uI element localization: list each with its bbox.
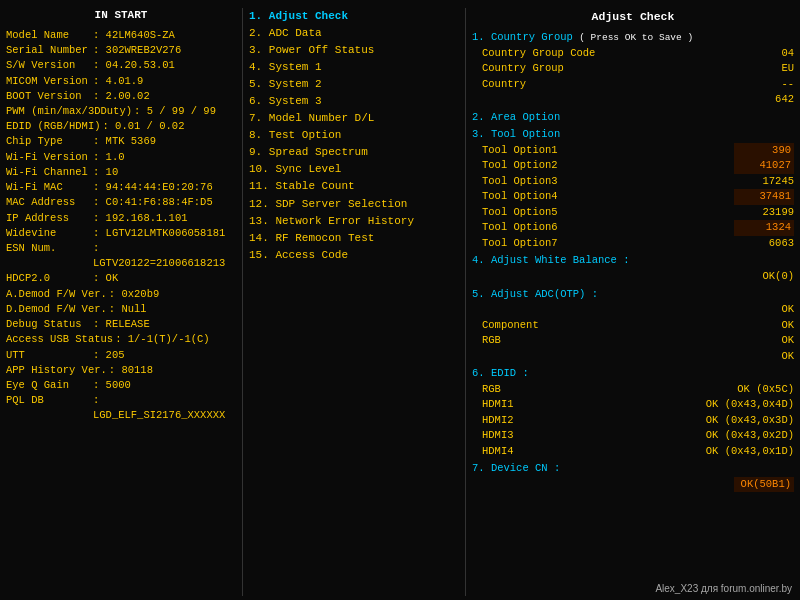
right-item-row: Tool Option523199 [472, 205, 794, 221]
menu-item[interactable]: 2. ADC Data [249, 25, 459, 42]
right-item-row: Tool Option61324 [472, 220, 794, 236]
menu-item[interactable]: 8. Test Option [249, 127, 459, 144]
item-value: -- [724, 77, 794, 93]
left-row: ESN Num.: LGTV20122=21006618213 [6, 241, 236, 271]
left-row: Debug Status: RELEASE [6, 317, 236, 332]
menu-item[interactable]: 12. SDP Server Selection [249, 196, 459, 213]
item-value: 1324 [734, 220, 794, 236]
item-value: 23199 [724, 205, 794, 221]
watermark: Alex_X23 для forum.onliner.by [655, 583, 792, 594]
item-label: Tool Option5 [472, 205, 558, 221]
right-item-row: Country GroupEU [472, 61, 794, 77]
middle-panel: 1. Adjust Check2. ADC Data3. Power Off S… [249, 8, 459, 596]
row-label: MAC Address [6, 195, 91, 210]
row-label: Model Name [6, 28, 91, 43]
menu-item[interactable]: 3. Power Off Status [249, 42, 459, 59]
item-label: Tool Option3 [472, 174, 558, 190]
row-value: : 4.01.9 [93, 74, 143, 89]
item-label: HDMI3 [472, 428, 514, 444]
item-value: 04 [724, 46, 794, 62]
item-value: OK (0x43,0x4D) [706, 397, 794, 413]
menu-item[interactable]: 7. Model Number D/L [249, 110, 459, 127]
item-value: OK [724, 318, 794, 334]
section-header: 5. Adjust ADC(OTP) : [472, 287, 794, 303]
menu-item[interactable]: 13. Network Error History [249, 213, 459, 230]
row-value: : 192.168.1.101 [93, 211, 188, 226]
item-label: RGB [472, 382, 501, 398]
right-panel: Adjust Check 1. Country Group ( Press OK… [472, 8, 794, 596]
left-row: Model Name: 42LM640S-ZA [6, 28, 236, 43]
right-item-row: ComponentOK [472, 318, 794, 334]
menu-item[interactable]: 14. RF Remocon Test [249, 230, 459, 247]
row-label: ESN Num. [6, 241, 91, 271]
item-value: EU [724, 61, 794, 77]
item-value: OK(0) [724, 269, 794, 285]
divider-left [242, 8, 243, 596]
left-title: IN START [6, 8, 236, 24]
left-row: BOOT Version: 2.00.02 [6, 89, 236, 104]
row-label: Wi-Fi Version [6, 150, 91, 165]
left-row: MAC Address: C0:41:F6:88:4F:D5 [6, 195, 236, 210]
section-header: 7. Device CN : [472, 461, 794, 477]
left-row: MICOM Version: 4.01.9 [6, 74, 236, 89]
right-item-row: RGBOK [472, 333, 794, 349]
row-value: : 5 / 99 / 99 [134, 104, 216, 119]
right-item-row: Country Group Code04 [472, 46, 794, 62]
left-row: EDID (RGB/HDMI): 0.01 / 0.02 [6, 119, 236, 134]
row-value: : 94:44:44:E0:20:76 [93, 180, 213, 195]
menu-item[interactable]: 10. Sync Level [249, 161, 459, 178]
row-value: : LGTV12LMTK006058181 [93, 226, 225, 241]
item-value: OK [724, 333, 794, 349]
left-row: APP History Ver.: 80118 [6, 363, 236, 378]
left-row: IP Address: 192.168.1.101 [6, 211, 236, 226]
right-item-row: RGBOK (0x5C) [472, 382, 794, 398]
middle-items: 1. Adjust Check2. ADC Data3. Power Off S… [249, 8, 459, 264]
menu-item[interactable]: 4. System 1 [249, 59, 459, 76]
item-label: Country Group [472, 61, 564, 77]
row-value: : 2.00.02 [93, 89, 150, 104]
left-row: A.Demod F/W Ver.: 0x20b9 [6, 287, 236, 302]
menu-item[interactable]: 11. Stable Count [249, 178, 459, 195]
left-row: Eye Q Gain: 5000 [6, 378, 236, 393]
menu-item[interactable]: 5. System 2 [249, 76, 459, 93]
left-row: Access USB Status: 1/-1(T)/-1(C) [6, 332, 236, 347]
item-label: Country Group Code [472, 46, 595, 62]
left-row: Chip Type: MTK 5369 [6, 134, 236, 149]
row-label: Chip Type [6, 134, 91, 149]
item-label: Tool Option2 [472, 158, 558, 174]
row-label: IP Address [6, 211, 91, 226]
right-item-row: HDMI2OK (0x43,0x3D) [472, 413, 794, 429]
left-panel: IN START Model Name: 42LM640S-ZASerial N… [6, 8, 236, 596]
row-label: Debug Status [6, 317, 91, 332]
item-value: OK(50B1) [734, 477, 794, 493]
row-value: : LGD_ELF_SI2176_XXXXXX [93, 393, 236, 423]
row-value: : 0x20b9 [109, 287, 159, 302]
row-label: Wi-Fi Channel [6, 165, 91, 180]
menu-item[interactable]: 1. Adjust Check [249, 8, 459, 25]
item-label: Tool Option7 [472, 236, 558, 252]
right-item-row: Tool Option76063 [472, 236, 794, 252]
menu-item[interactable]: 15. Access Code [249, 247, 459, 264]
row-label: Serial Number [6, 43, 91, 58]
right-item-row: HDMI4OK (0x43,0x1D) [472, 444, 794, 460]
left-row: Wi-Fi Version: 1.0 [6, 150, 236, 165]
row-label: D.Demod F/W Ver. [6, 302, 107, 317]
item-label: HDMI1 [472, 397, 514, 413]
item-label: Component [472, 318, 539, 334]
row-label: APP History Ver. [6, 363, 107, 378]
row-value: : RELEASE [93, 317, 150, 332]
row-value: : 302WREB2V276 [93, 43, 181, 58]
menu-item[interactable]: 6. System 3 [249, 93, 459, 110]
row-value: : 42LM640S-ZA [93, 28, 175, 43]
row-label: EDID (RGB/HDMI) [6, 119, 101, 134]
item-value: 6063 [724, 236, 794, 252]
right-item-row: Tool Option317245 [472, 174, 794, 190]
menu-item[interactable]: 9. Spread Spectrum [249, 144, 459, 161]
row-value: : 205 [93, 348, 125, 363]
section-header: 2. Area Option [472, 110, 794, 126]
row-label: Wi-Fi MAC [6, 180, 91, 195]
right-item-row: Tool Option437481 [472, 189, 794, 205]
row-label: Eye Q Gain [6, 378, 91, 393]
row-label: HDCP2.0 [6, 271, 91, 286]
left-row: PQL DB: LGD_ELF_SI2176_XXXXXX [6, 393, 236, 423]
